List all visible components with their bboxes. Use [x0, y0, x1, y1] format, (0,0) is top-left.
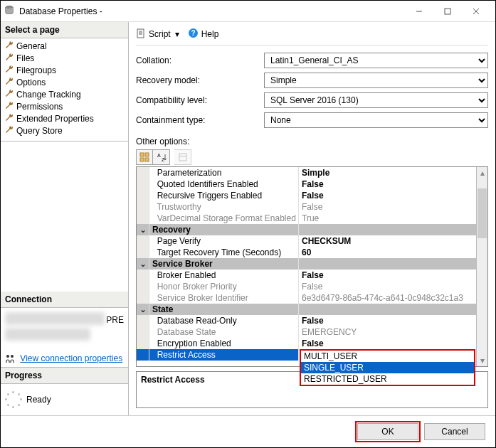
containment-type-select[interactable]: None — [264, 112, 488, 128]
sidebar-item-general[interactable]: General — [1, 40, 128, 52]
grid-group-recovery[interactable]: ⌄Recovery — [137, 224, 476, 235]
grid-row-encryption-enabled[interactable]: Encryption EnabledFalse — [137, 338, 476, 349]
grid-row-quoted-identifiers-enabled[interactable]: Quoted Identifiers EnabledFalse — [137, 178, 476, 190]
minimize-button[interactable] — [407, 1, 436, 21]
ok-button[interactable]: OK — [357, 423, 418, 440]
sidebar-item-extended-properties[interactable]: Extended Properties — [1, 112, 128, 124]
svg-rect-16 — [145, 158, 149, 161]
grid-row-honor-broker-priority[interactable]: Honor Broker PriorityFalse — [137, 281, 476, 292]
sidebar-item-label: Extended Properties — [16, 114, 94, 124]
grid-row-recursive-triggers-enabled[interactable]: Recursive Triggers EnabledFalse — [137, 190, 476, 201]
sidebar-connection-header: Connection — [1, 292, 128, 308]
content-pane: Script ▾ ? Help Collation: Latin1_Genera… — [129, 22, 495, 415]
grid-row-database-state[interactable]: Database StateEMERGENCY — [137, 326, 476, 338]
properties-toggle[interactable] — [174, 149, 191, 165]
content-toolbar: Script ▾ ? Help — [136, 28, 488, 46]
grid-value[interactable]: True — [299, 213, 476, 224]
grid-row-vardecimal-storage-format-enabled[interactable]: VarDecimal Storage Format EnabledTrue — [137, 213, 476, 224]
svg-point-6 — [11, 355, 14, 358]
sidebar-item-label: Permissions — [16, 102, 63, 112]
restrict-access-dropdown[interactable]: MULTI_USERSINGLE_USERRESTRICTED_USER — [300, 349, 475, 386]
sidebar-pages-header: Select a page — [1, 22, 128, 38]
sidebar-item-query-store[interactable]: Query Store — [1, 124, 128, 137]
grid-value[interactable]: EMERGENCY — [299, 326, 476, 338]
titlebar: Database Properties - — [1, 1, 495, 22]
svg-rect-13 — [140, 153, 144, 156]
maximize-button[interactable] — [436, 1, 464, 21]
scroll-up-icon[interactable]: ▴ — [477, 167, 487, 178]
sidebar-item-options[interactable]: Options — [1, 76, 128, 88]
help-label: Help — [201, 29, 219, 39]
window-title: Database Properties - — [19, 6, 102, 16]
app-icon — [4, 4, 19, 18]
grid-group-service-broker[interactable]: ⌄Service Broker — [137, 258, 476, 270]
scroll-down-icon[interactable]: ▾ — [477, 355, 487, 366]
grid-row-database-read-only[interactable]: Database Read-OnlyFalse — [137, 315, 476, 326]
grid-scrollbar[interactable]: ▴ ▾ — [476, 167, 487, 366]
sidebar-item-change-tracking[interactable]: Change Tracking — [1, 88, 128, 100]
svg-point-0 — [6, 6, 13, 9]
grid-value[interactable]: 60 — [299, 247, 476, 258]
sidebar-item-label: General — [16, 41, 47, 51]
sidebar-item-label: Change Tracking — [16, 90, 81, 100]
wrench-icon — [5, 41, 14, 51]
connection-properties-icon — [5, 354, 15, 364]
help-button[interactable]: ? Help — [188, 28, 219, 41]
sidebar-item-label: Options — [16, 78, 46, 87]
grid-value[interactable]: False — [299, 270, 476, 281]
grid-row-page-verify[interactable]: Page VerifyCHECKSUM — [137, 235, 476, 247]
dropdown-option-restricted_user[interactable]: RESTRICTED_USER — [301, 373, 474, 385]
property-grid: ParameterizationSimple Quoted Identifier… — [136, 166, 488, 367]
sidebar: Select a page GeneralFilesFilegroupsOpti… — [1, 22, 129, 415]
collation-select[interactable]: Latin1_General_CI_AS — [264, 53, 488, 68]
svg-text:?: ? — [191, 29, 195, 37]
grid-row-broker-enabled[interactable]: Broker EnabledFalse — [137, 270, 476, 281]
compatibility-level-select[interactable]: SQL Server 2016 (130) — [264, 92, 488, 108]
connection-server-blurred — [5, 312, 105, 325]
recovery-model-select[interactable]: Simple — [264, 73, 488, 88]
scroll-thumb[interactable] — [477, 188, 487, 238]
grid-group-state[interactable]: ⌄State — [137, 304, 476, 315]
grid-value[interactable]: False — [299, 190, 476, 201]
grid-row-trustworthy[interactable]: TrustworthyFalse — [137, 201, 476, 213]
grid-row-target-recovery-time-seconds-[interactable]: Target Recovery Time (Seconds)60 — [137, 247, 476, 258]
grid-value[interactable]: CHECKSUM — [299, 235, 476, 247]
categorized-toggle[interactable] — [136, 149, 153, 165]
cancel-button[interactable]: Cancel — [424, 423, 485, 440]
grid-row-service-broker-identifier[interactable]: Service Broker Identifier6e3d6479-86a5-4… — [137, 292, 476, 304]
property-help-label: Restrict Access — [141, 375, 290, 405]
wrench-icon — [5, 113, 14, 124]
connection-user-blurred — [5, 328, 90, 341]
alphabetical-toggle[interactable]: AZ — [153, 149, 170, 165]
wrench-icon — [5, 53, 14, 63]
svg-rect-2 — [445, 9, 450, 14]
dropdown-option-multi_user[interactable]: MULTI_USER — [301, 351, 474, 362]
wrench-icon — [5, 77, 14, 87]
grid-value[interactable]: False — [299, 201, 476, 213]
sidebar-item-filegroups[interactable]: Filegroups — [1, 64, 128, 76]
script-button[interactable]: Script ▾ — [136, 28, 179, 41]
wrench-icon — [5, 89, 14, 100]
script-icon — [136, 28, 146, 41]
grid-value[interactable]: False — [299, 281, 476, 292]
recovery-model-label: Recovery model: — [136, 75, 264, 85]
grid-value[interactable]: False — [299, 178, 476, 190]
wrench-icon — [5, 101, 14, 112]
view-connection-properties-link[interactable]: View connection properties — [20, 353, 122, 363]
sidebar-item-label: Files — [16, 53, 34, 63]
wrench-icon — [5, 125, 14, 136]
grid-row-parameterization[interactable]: ParameterizationSimple — [137, 167, 476, 178]
close-button[interactable] — [464, 1, 492, 21]
script-label: Script — [149, 29, 171, 39]
containment-type-label: Containment type: — [136, 115, 264, 125]
progress-spinner-icon — [5, 391, 22, 408]
grid-value[interactable]: False — [299, 315, 476, 326]
grid-toolbar: AZ — [136, 149, 488, 165]
svg-text:A: A — [157, 153, 161, 158]
grid-value[interactable]: 6e3d6479-86a5-474c-a641-0c948c32c1a3 — [299, 292, 476, 304]
sidebar-item-files[interactable]: Files — [1, 52, 128, 64]
sidebar-item-permissions[interactable]: Permissions — [1, 100, 128, 112]
grid-value[interactable]: Simple — [299, 167, 476, 178]
dropdown-option-single_user[interactable]: SINGLE_USER — [301, 362, 474, 373]
grid-value[interactable]: False — [299, 338, 476, 349]
